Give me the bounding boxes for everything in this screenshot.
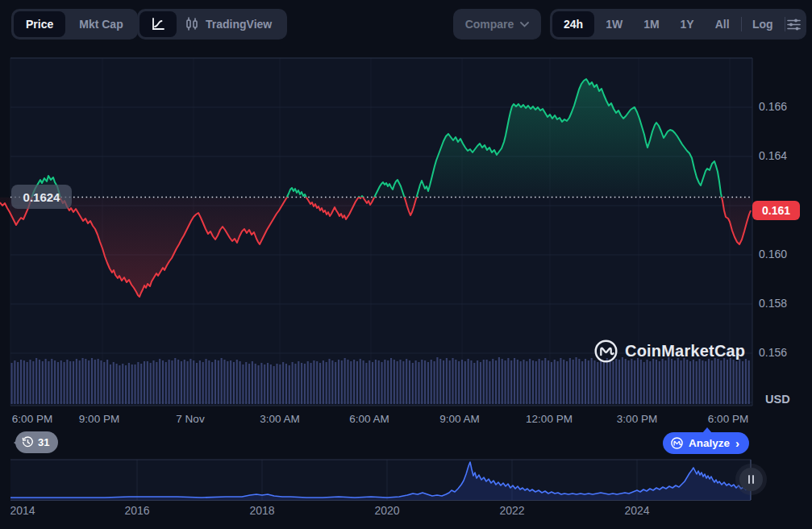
- analyze-button[interactable]: Analyze ›: [663, 432, 749, 454]
- mktcap-tab[interactable]: Mkt Cap: [67, 11, 135, 37]
- crypto-chart-widget: Price Mkt Cap TradingView Compare 24h 1W…: [0, 0, 812, 529]
- x-axis-label: 6:00 AM: [349, 413, 389, 425]
- candlestick-icon: [185, 17, 199, 31]
- coinmarketcap-logo-icon: [593, 339, 618, 364]
- y-axis-unit: USD: [765, 393, 790, 406]
- log-scale-button[interactable]: Log: [743, 11, 783, 37]
- compare-label: Compare: [465, 18, 514, 31]
- nav-year-label: 2014: [10, 504, 35, 517]
- nav-year-label: 2024: [624, 504, 649, 517]
- navigator-resize-handle[interactable]: [739, 468, 763, 491]
- current-price-badge: 0.161: [752, 201, 800, 220]
- chart-settings-button[interactable]: [786, 11, 802, 37]
- compare-button[interactable]: Compare: [453, 9, 541, 40]
- tradingview-label: TradingView: [206, 18, 272, 31]
- x-axis-label: 9:00 PM: [79, 413, 119, 425]
- x-axis-label: 6:00 PM: [708, 413, 748, 425]
- range-1w[interactable]: 1W: [596, 11, 632, 37]
- line-chart-button[interactable]: [139, 11, 177, 37]
- y-axis-label: 0.158: [759, 297, 787, 310]
- analyze-label: Analyze: [689, 437, 730, 449]
- y-axis-label: 0.156: [759, 346, 787, 359]
- range-24h[interactable]: 24h: [552, 11, 594, 37]
- clock-history-icon: [22, 436, 34, 448]
- range-1m[interactable]: 1M: [634, 11, 668, 37]
- x-axis-label: 7 Nov: [176, 413, 204, 425]
- nav-year-label: 2020: [374, 504, 399, 517]
- nav-year-label: 2018: [249, 504, 274, 517]
- range-1y[interactable]: 1Y: [671, 11, 704, 37]
- x-axis-label: 3:00 AM: [260, 413, 300, 425]
- coinmarketcap-watermark: CoinMarketCap: [593, 339, 745, 364]
- price-tab[interactable]: Price: [14, 11, 65, 37]
- tradingview-button[interactable]: TradingView: [178, 17, 285, 31]
- chevron-down-icon: [520, 22, 529, 27]
- x-axis-label: 12:00 PM: [526, 413, 573, 425]
- x-axis-label: 3:00 PM: [617, 413, 657, 425]
- watermark-text: CoinMarketCap: [625, 342, 745, 360]
- history-annotations-badge[interactable]: 31: [15, 431, 58, 453]
- analyze-cmc-icon: [670, 436, 684, 450]
- range-all[interactable]: All: [706, 11, 739, 37]
- sliders-icon: [786, 18, 802, 31]
- price-mktcap-toggle: Price Mkt Cap: [11, 9, 138, 40]
- line-chart-icon: [151, 17, 165, 31]
- chart-type-toggle: TradingView: [137, 9, 287, 40]
- baseline-price-tag: 0.1624: [11, 185, 72, 209]
- time-range-group: 24h 1W 1M 1Y All Log: [550, 9, 806, 40]
- nav-year-label: 2022: [499, 504, 524, 517]
- x-axis-label: 6:00 PM: [12, 413, 52, 425]
- nav-year-label: 2016: [124, 504, 149, 517]
- y-axis-label: 0.160: [759, 248, 787, 260]
- y-axis-label: 0.164: [759, 149, 787, 162]
- history-count: 31: [38, 436, 49, 448]
- chevron-right-icon: ›: [735, 436, 739, 450]
- y-axis-label: 0.166: [759, 100, 787, 113]
- x-axis-label: 9:00 AM: [439, 413, 480, 425]
